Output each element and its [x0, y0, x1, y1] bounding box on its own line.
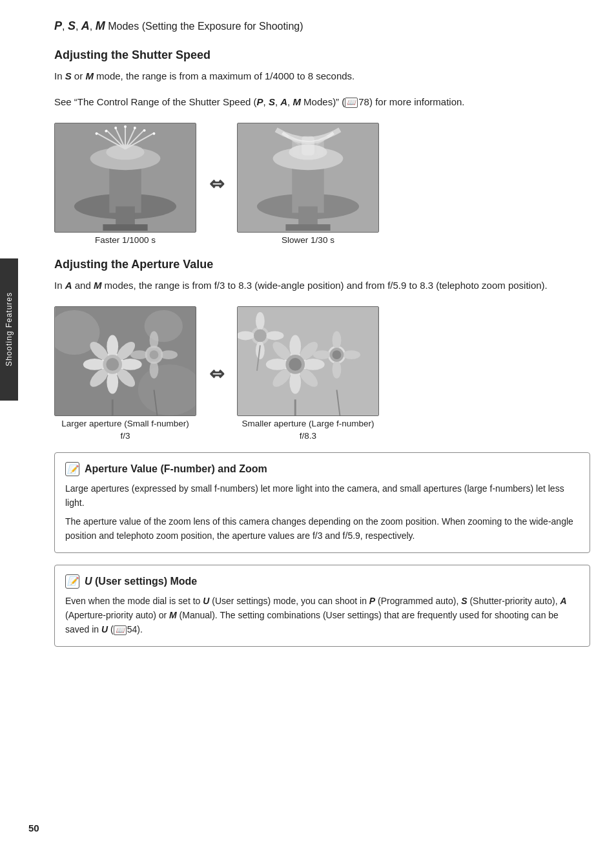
svg-point-74	[333, 331, 342, 350]
letter-m: M	[85, 70, 94, 81]
note2-a: A	[560, 596, 567, 606]
letter-m2: M	[94, 280, 102, 291]
svg-point-18	[96, 132, 98, 135]
shutter-speed-body1: In S or M mode, the range is from a maxi…	[54, 68, 590, 84]
svg-point-38	[83, 359, 107, 370]
svg-point-37	[107, 371, 118, 394]
svg-point-50	[159, 350, 178, 359]
aperture-large-caption1: Larger aperture (Small f-number)	[61, 419, 189, 428]
shutter-fast-caption: Faster 1/1000 s	[95, 235, 156, 245]
shutter-speed-section: Adjusting the Shutter Speed In S or M mo…	[54, 48, 590, 245]
arrow-icon-aperture: ⇔	[209, 363, 224, 384]
sidebar-tab: Shooting Features	[0, 258, 18, 401]
note2-s: S	[461, 596, 467, 606]
svg-rect-26	[302, 136, 314, 156]
shutter-speed-title: Adjusting the Shutter Speed	[54, 48, 590, 62]
svg-point-48	[150, 361, 159, 379]
svg-point-65	[266, 359, 289, 370]
note2-u: U	[203, 596, 209, 606]
shutter-img-slow-group: Slower 1/30 s	[237, 123, 379, 245]
aperture-title: Adjusting the Aperture Value	[54, 258, 590, 271]
svg-rect-28	[316, 140, 324, 156]
shutter-images-row: Faster 1/1000 s ⇔	[54, 123, 590, 245]
arrow-icon-shutter: ⇔	[209, 173, 224, 194]
note1-icon: 📝	[65, 462, 79, 476]
svg-point-76	[313, 350, 331, 359]
main-content: P, S, A, M Modes (Setting the Exposure f…	[26, 0, 616, 684]
svg-point-13	[114, 127, 117, 129]
note2-p: P	[369, 596, 375, 606]
svg-point-75	[333, 361, 342, 379]
note2-body: Even when the mode dial is set to U (Use…	[65, 594, 579, 637]
header-letter-m: M	[96, 19, 105, 32]
note2-u2: U	[101, 624, 108, 634]
note1-body2: The aperture value of the zoom lens of t…	[65, 514, 579, 543]
header-subtitle: Modes (Setting the Exposure for Shooting…	[108, 21, 303, 32]
ref-p: P	[257, 96, 263, 107]
aperture-img-large-group: Larger aperture (Small f-number) f/3	[54, 306, 196, 441]
svg-point-52	[150, 350, 159, 359]
note2-title-u: U (User settings) Mode	[85, 576, 197, 587]
svg-point-15	[134, 127, 136, 129]
svg-rect-27	[292, 140, 300, 156]
aperture-body1: In A and M modes, the range is from f/3 …	[54, 278, 590, 293]
note1-body1: Large apertures (expressed by small f-nu…	[65, 481, 579, 510]
shutter-img-fast-group: Faster 1/1000 s	[54, 123, 196, 245]
svg-point-66	[302, 359, 325, 370]
svg-point-49	[130, 350, 149, 359]
shutter-img-fast	[54, 123, 196, 233]
page-number: 50	[28, 823, 39, 833]
ref-icon-78: 📖	[345, 98, 358, 107]
svg-point-72	[289, 358, 302, 371]
aperture-large-caption2: f/3	[120, 431, 130, 441]
aperture-img-small	[237, 306, 379, 416]
svg-point-57	[256, 312, 265, 330]
aperture-img-large	[54, 306, 196, 416]
svg-point-36	[107, 335, 118, 358]
shutter-img-slow	[237, 123, 379, 233]
svg-rect-20	[103, 224, 147, 231]
svg-point-12	[105, 130, 107, 132]
note2-title: 📝 U (User settings) Mode	[65, 574, 579, 589]
svg-point-79	[333, 350, 342, 359]
svg-point-16	[143, 129, 146, 132]
note-user-settings: 📝 U (User settings) Mode Even when the m…	[54, 565, 590, 647]
ref-a: A	[280, 96, 287, 107]
shutter-speed-body2: See “The Control Range of the Shutter Sp…	[54, 94, 590, 110]
aperture-small-caption1: Smaller aperture (Large f-number)	[242, 419, 375, 428]
ref-icon-54: 📖	[114, 625, 127, 635]
svg-rect-30	[285, 224, 330, 231]
svg-point-17	[152, 132, 155, 135]
svg-point-61	[254, 330, 267, 342]
header-letter-p: P	[54, 19, 62, 32]
ref-s: S	[269, 96, 275, 107]
svg-point-45	[106, 358, 119, 371]
svg-point-14	[124, 125, 127, 128]
letter-a2: A	[65, 280, 72, 291]
letter-s: S	[65, 70, 72, 81]
aperture-section: Adjusting the Aperture Value In A and M …	[54, 258, 590, 441]
note1-title-text: Aperture Value (F-number) and Zoom	[85, 463, 267, 475]
svg-point-39	[119, 359, 142, 370]
header-letter-a: A	[81, 19, 90, 32]
shutter-slow-caption: Slower 1/30 s	[282, 235, 334, 245]
note1-title: 📝 Aperture Value (F-number) and Zoom	[65, 462, 579, 476]
sidebar-label: Shooting Features	[5, 292, 14, 366]
page-header: P, S, A, M Modes (Setting the Exposure f…	[54, 19, 590, 33]
svg-point-64	[289, 371, 301, 394]
aperture-small-caption2: f/8.3	[300, 431, 316, 441]
svg-point-47	[150, 331, 159, 350]
aperture-images-row: Larger aperture (Small f-number) f/3 ⇔	[54, 306, 590, 441]
note1-body: Large apertures (expressed by small f-nu…	[65, 481, 579, 543]
aperture-img-small-group: Smaller aperture (Large f-number) f/8.3	[237, 306, 379, 441]
header-letter-s: S	[68, 19, 76, 32]
note2-m: M	[169, 610, 177, 620]
svg-point-63	[289, 335, 301, 358]
svg-point-77	[342, 350, 360, 359]
note2-icon: 📝	[65, 574, 79, 589]
ref-m: M	[293, 96, 301, 107]
note-aperture-zoom: 📝 Aperture Value (F-number) and Zoom Lar…	[54, 452, 590, 553]
svg-point-60	[266, 331, 284, 341]
